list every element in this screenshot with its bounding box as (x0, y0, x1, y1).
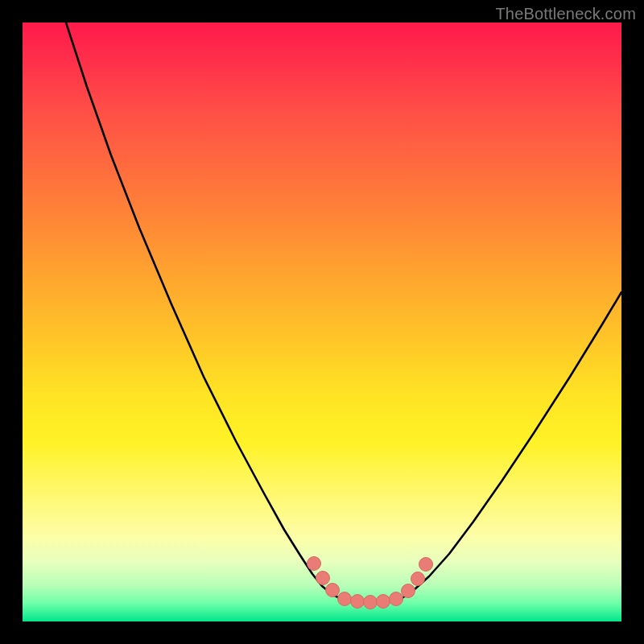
plot-area (23, 23, 621, 621)
curve-marker (326, 584, 340, 597)
curve-marker (338, 592, 352, 606)
curve-marker (377, 595, 390, 609)
curve-marker (419, 558, 433, 572)
curve-marker (316, 572, 330, 585)
curve-marker (390, 592, 403, 606)
curve-path (66, 23, 621, 602)
curve-marker (308, 557, 321, 571)
curve-marker (364, 596, 378, 609)
watermark-text: TheBottleneck.com (495, 5, 636, 23)
bottleneck-curve (23, 23, 621, 621)
chart-frame: TheBottleneck.com (0, 0, 644, 644)
curve-marker (411, 572, 425, 586)
curve-marker (402, 584, 415, 598)
curve-marker (351, 595, 365, 609)
marker-group (308, 557, 433, 609)
